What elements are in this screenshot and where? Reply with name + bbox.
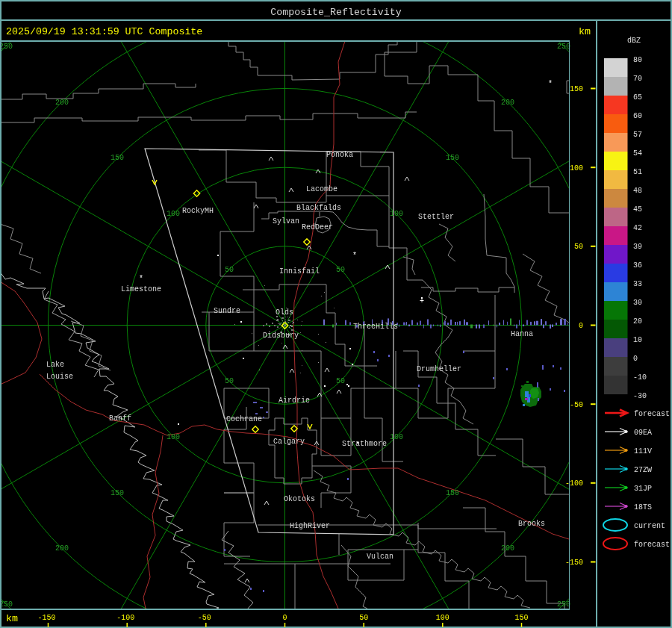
svg-text:-50: -50 bbox=[570, 401, 583, 409]
svg-text:50: 50 bbox=[359, 614, 368, 622]
svg-text:45: 45 bbox=[633, 205, 642, 214]
svg-text:Cochrane: Cochrane bbox=[226, 415, 262, 423]
svg-text:100: 100 bbox=[570, 164, 583, 172]
svg-text:dBZ: dBZ bbox=[627, 37, 641, 45]
svg-text:RockyMH: RockyMH bbox=[182, 207, 214, 215]
svg-text:250: 250 bbox=[557, 600, 570, 609]
svg-text:Louise: Louise bbox=[46, 373, 73, 381]
svg-text:30: 30 bbox=[633, 299, 642, 307]
svg-text:-30: -30 bbox=[633, 392, 647, 400]
svg-text:100: 100 bbox=[167, 433, 180, 441]
svg-text:27ZW: 27ZW bbox=[634, 466, 652, 474]
svg-text:km: km bbox=[6, 613, 18, 624]
svg-text:Airdrie: Airdrie bbox=[279, 397, 310, 405]
svg-text:50: 50 bbox=[574, 243, 583, 251]
svg-text:-50: -50 bbox=[198, 614, 211, 622]
svg-text:250: 250 bbox=[0, 600, 13, 609]
svg-text:100: 100 bbox=[390, 210, 403, 218]
svg-text:*: * bbox=[139, 275, 143, 283]
svg-text:09EA: 09EA bbox=[634, 429, 652, 437]
svg-text:Olds: Olds bbox=[276, 308, 293, 317]
svg-text:RedDeer: RedDeer bbox=[302, 223, 333, 231]
svg-text:150: 150 bbox=[111, 489, 124, 497]
svg-text:Ponoka: Ponoka bbox=[326, 151, 353, 159]
svg-text:51: 51 bbox=[633, 168, 642, 176]
svg-text:-150: -150 bbox=[37, 614, 55, 622]
svg-text:Strathmore: Strathmore bbox=[342, 440, 387, 448]
svg-text:150: 150 bbox=[570, 85, 583, 93]
svg-text:54: 54 bbox=[633, 149, 642, 158]
svg-text:250: 250 bbox=[0, 43, 13, 51]
svg-text:Blackfalds: Blackfalds bbox=[296, 204, 341, 212]
svg-text:150: 150 bbox=[111, 154, 124, 162]
svg-text:2025/09/19 13:31:59 UTC Compos: 2025/09/19 13:31:59 UTC Composite bbox=[6, 26, 202, 37]
svg-text:50: 50 bbox=[336, 266, 345, 274]
svg-text:200: 200 bbox=[55, 544, 69, 553]
svg-text:Sundre: Sundre bbox=[214, 307, 240, 315]
svg-text:Hanna: Hanna bbox=[511, 330, 533, 338]
svg-text:HighRiver: HighRiver bbox=[290, 522, 330, 530]
svg-text:50: 50 bbox=[336, 377, 345, 385]
svg-text:Okotoks: Okotoks bbox=[284, 495, 315, 503]
svg-text:100: 100 bbox=[167, 210, 180, 218]
svg-text:km: km bbox=[579, 26, 591, 37]
svg-text:200: 200 bbox=[55, 99, 69, 107]
svg-text:current: current bbox=[634, 522, 665, 530]
svg-text:31JP: 31JP bbox=[634, 485, 652, 493]
svg-text:ThreeHills: ThreeHills bbox=[353, 323, 398, 331]
svg-text:42: 42 bbox=[633, 224, 642, 232]
svg-text:200: 200 bbox=[501, 544, 514, 553]
svg-text:-100: -100 bbox=[565, 479, 583, 488]
svg-text:100: 100 bbox=[436, 614, 449, 622]
svg-text:0: 0 bbox=[282, 614, 287, 622]
svg-text:39: 39 bbox=[633, 243, 642, 251]
svg-text:250: 250 bbox=[557, 43, 570, 51]
svg-text:50: 50 bbox=[225, 377, 234, 385]
svg-text:0: 0 bbox=[579, 322, 583, 330]
svg-text:200: 200 bbox=[501, 99, 514, 107]
svg-text:150: 150 bbox=[514, 614, 528, 622]
svg-text:Composite_Reflectivity: Composite_Reflectivity bbox=[270, 7, 402, 18]
svg-text:20: 20 bbox=[633, 317, 642, 326]
svg-text:Sylvan: Sylvan bbox=[273, 217, 299, 226]
svg-text:Vulcan: Vulcan bbox=[367, 553, 393, 561]
svg-text:Innisfail: Innisfail bbox=[279, 267, 320, 276]
svg-text:33: 33 bbox=[633, 280, 642, 288]
svg-text:Banff: Banff bbox=[109, 414, 131, 423]
svg-text:Didsbury: Didsbury bbox=[263, 332, 299, 340]
svg-text:forecast: forecast bbox=[634, 541, 670, 549]
svg-text:150: 150 bbox=[446, 489, 459, 497]
svg-text:100: 100 bbox=[390, 433, 403, 441]
svg-text:48: 48 bbox=[633, 187, 642, 195]
svg-text:65: 65 bbox=[633, 93, 642, 102]
svg-text:-150: -150 bbox=[565, 559, 583, 567]
svg-text:Lacombe: Lacombe bbox=[306, 185, 337, 193]
svg-text:70: 70 bbox=[633, 75, 642, 83]
svg-text:*: * bbox=[548, 80, 553, 88]
svg-text:10: 10 bbox=[633, 336, 642, 344]
svg-text:36: 36 bbox=[633, 261, 642, 270]
svg-text:-100: -100 bbox=[116, 614, 134, 622]
svg-text:Drumheller: Drumheller bbox=[417, 365, 461, 373]
svg-text:-10: -10 bbox=[633, 373, 647, 382]
svg-text:0: 0 bbox=[633, 355, 638, 363]
svg-text:80: 80 bbox=[633, 56, 642, 64]
svg-text:Lake: Lake bbox=[46, 361, 64, 369]
svg-text:60: 60 bbox=[633, 112, 642, 120]
svg-text:111V: 111V bbox=[634, 447, 652, 456]
svg-text:18TS: 18TS bbox=[634, 503, 652, 512]
svg-text:Limestone: Limestone bbox=[121, 285, 161, 293]
svg-text:50: 50 bbox=[225, 266, 234, 274]
svg-text:150: 150 bbox=[446, 154, 459, 162]
svg-text:+: + bbox=[420, 297, 424, 305]
svg-text:forecast: forecast bbox=[634, 410, 670, 418]
svg-text:Calgary: Calgary bbox=[273, 438, 305, 446]
svg-text:Stettler: Stettler bbox=[418, 213, 454, 221]
svg-text:57: 57 bbox=[633, 131, 642, 139]
svg-text:Brooks: Brooks bbox=[518, 520, 545, 528]
svg-text:*: * bbox=[352, 252, 357, 260]
